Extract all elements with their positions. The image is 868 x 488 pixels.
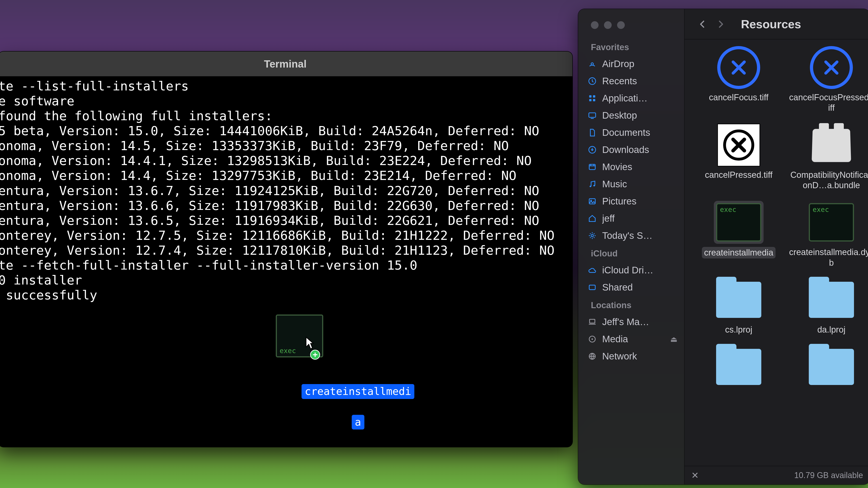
sidebar-item[interactable]: Today's S…	[578, 227, 684, 244]
file-item[interactable]: cancelFocus.tiff	[693, 44, 784, 115]
file-item-label: cs.lproj	[725, 324, 752, 335]
sidebar-item[interactable]: Downloads	[578, 141, 684, 158]
sidebar-item-label: Network	[602, 351, 637, 362]
svg-rect-3	[593, 95, 595, 98]
svg-point-10	[593, 185, 595, 186]
svg-rect-14	[589, 285, 595, 290]
sidebar-item[interactable]: Shared	[578, 279, 684, 296]
finder-content[interactable]: cancelFocus.tiffcancelFocusPressed.tiffc…	[684, 39, 868, 466]
finder-toolbar: Resources	[684, 9, 868, 39]
terminal-line: entura, Version: 13.6.7, Size: 11924125K…	[0, 183, 572, 198]
terminal-title: Terminal	[264, 58, 307, 70]
svg-rect-2	[589, 95, 592, 98]
forward-button[interactable]	[716, 16, 725, 32]
terminal-line: 0 installer	[0, 273, 572, 288]
finder-status-bar: ✕ 10.79 GB available	[684, 466, 868, 484]
sidebar-item[interactable]: Media⏏	[578, 330, 684, 348]
sidebar-item[interactable]: AirDrop	[578, 55, 684, 72]
sidebar-item[interactable]: Network	[578, 348, 684, 365]
file-item[interactable]: da.lproj	[786, 276, 868, 336]
terminal-output[interactable]: te --list-full-installerse softwarefound…	[0, 76, 572, 447]
terminal-titlebar[interactable]: Terminal	[0, 52, 572, 76]
finder-window: Favorites AirDropRecentsApplicati…Deskto…	[578, 9, 868, 484]
apps-icon	[587, 93, 597, 103]
folder-icon	[716, 349, 761, 385]
file-item-label: da.lproj	[817, 324, 846, 335]
airdrop-icon	[587, 59, 597, 69]
exec-icon: exec	[716, 203, 761, 241]
file-item[interactable]	[786, 343, 868, 393]
music-icon	[587, 179, 597, 189]
sidebar-item[interactable]: Movies	[578, 158, 684, 175]
movies-icon	[587, 162, 597, 172]
sidebar-item-label: AirDrop	[602, 59, 634, 69]
terminal-line: te --fetch-full-installer --full-install…	[0, 258, 572, 273]
terminal-line: onterey, Version: 12.7.4, Size: 12117810…	[0, 243, 572, 258]
shared-icon	[587, 283, 597, 292]
path-bar-close-button[interactable]: ✕	[691, 470, 699, 481]
svg-point-9	[590, 186, 591, 187]
sidebar-item-label: Pictures	[602, 196, 637, 207]
svg-rect-11	[589, 199, 595, 204]
file-item[interactable]: CompatibilityNotificationD…a.bundle	[786, 121, 868, 192]
file-item-label: cancelFocus.tiff	[709, 92, 768, 103]
cancel-circle-icon	[717, 46, 760, 89]
sidebar-item[interactable]: Music	[578, 175, 684, 193]
terminal-line: onoma, Version: 14.4.1, Size: 13298513Ki…	[0, 153, 572, 168]
minimize-window-button[interactable]	[604, 21, 612, 29]
file-item[interactable]	[693, 343, 784, 393]
eject-icon[interactable]: ⏏	[670, 335, 677, 344]
sidebar-item[interactable]: Applicati…	[578, 90, 684, 107]
file-item[interactable]: execcreateinstallmedia.dylib	[786, 199, 868, 269]
sidebar-item-label: jeff	[602, 213, 615, 224]
sidebar-section-locations: Locations	[578, 296, 684, 313]
sidebar-item[interactable]: Documents	[578, 124, 684, 141]
copy-plus-badge-icon: +	[310, 350, 320, 360]
sidebar-item-label: Shared	[602, 282, 633, 293]
exec-icon: exec	[809, 203, 854, 241]
sidebar-item-label: Applicati…	[602, 93, 648, 104]
sidebar-item[interactable]: jeff	[578, 210, 684, 227]
sidebar-item-label: Music	[602, 179, 627, 190]
file-item-label: createinstallmedia.dylib	[788, 247, 868, 268]
bundle-icon	[812, 128, 850, 162]
back-button[interactable]	[698, 16, 707, 32]
sidebar-item[interactable]: Recents	[578, 72, 684, 90]
close-window-button[interactable]	[591, 21, 598, 29]
sidebar-item[interactable]: Pictures	[578, 193, 684, 210]
svg-point-17	[592, 338, 593, 340]
file-item[interactable]: cs.lproj	[693, 276, 784, 336]
gear-icon	[587, 231, 597, 240]
file-item[interactable]: cancelFocusPressed.tiff	[786, 44, 868, 115]
svg-rect-5	[593, 99, 595, 101]
file-item[interactable]: cancelPressed.tiff	[693, 121, 784, 192]
terminal-line: onterey, Version: 12.7.5, Size: 12116686…	[0, 228, 572, 243]
sidebar-item-label: Desktop	[602, 110, 637, 121]
doc-icon	[587, 128, 597, 138]
file-item-label: createinstallmedia	[702, 247, 776, 258]
sidebar-item-label: Today's S…	[602, 230, 653, 241]
folder-icon	[809, 349, 854, 385]
cancel-bw-icon	[717, 124, 760, 166]
terminal-line: found the following full installers:	[0, 108, 572, 123]
zoom-window-button[interactable]	[617, 21, 625, 29]
sidebar-item[interactable]: iCloud Dri…	[578, 262, 684, 279]
sidebar-section-icloud: iCloud	[578, 244, 684, 262]
finder-title: Resources	[741, 18, 801, 31]
terminal-line: te --list-full-installers	[0, 78, 572, 94]
file-item[interactable]: execcreateinstallmedia	[693, 199, 784, 269]
sidebar-item-label: Jeff's Ma…	[602, 317, 649, 327]
sidebar-item-label: Documents	[602, 127, 650, 138]
terminal-line: entura, Version: 13.6.6, Size: 11917983K…	[0, 198, 572, 213]
terminal-line: entura, Version: 13.6.5, Size: 11916934K…	[0, 213, 572, 228]
finder-sidebar: Favorites AirDropRecentsApplicati…Deskto…	[578, 9, 684, 484]
cloud-icon	[587, 265, 597, 275]
laptop-icon	[587, 317, 597, 327]
sidebar-item[interactable]: Desktop	[578, 107, 684, 124]
file-item-label: cancelPressed.tiff	[705, 170, 772, 180]
file-item-label: CompatibilityNotificationD…a.bundle	[788, 170, 868, 191]
desktop-icon	[587, 110, 597, 121]
svg-point-13	[591, 234, 593, 237]
free-space-label: 10.79 GB available	[794, 470, 863, 480]
sidebar-item[interactable]: Jeff's Ma…	[578, 313, 684, 330]
